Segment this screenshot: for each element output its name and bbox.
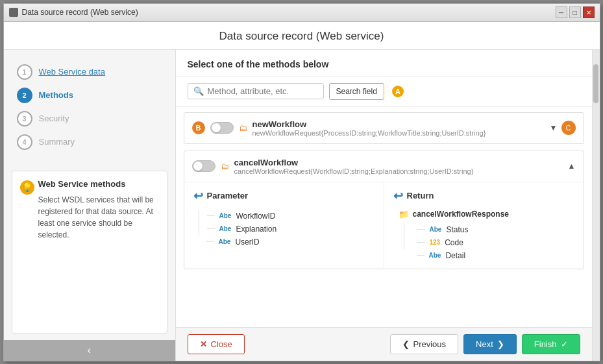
next-arrow-icon: ❯ <box>497 339 504 349</box>
method-folder-icon-2: 🗂 <box>221 162 229 171</box>
previous-button[interactable]: ❮ Previous <box>390 334 459 354</box>
cancel-workflow-toggle[interactable] <box>192 160 215 172</box>
return-icon: ↩ <box>393 189 403 203</box>
param-type-3: Abe <box>217 237 233 246</box>
search-bar: 🔍 Search field A <box>176 77 592 107</box>
step-2-circle: 2 <box>17 88 32 103</box>
sidebar-info-box: 💡 Web Service methods Select WSDL servic… <box>12 171 167 334</box>
sidebar-collapse-button[interactable]: ‹ <box>4 340 175 361</box>
maximize-button[interactable]: □ <box>569 6 581 18</box>
right-panel: Select one of the methods below 🔍 Search… <box>176 50 592 361</box>
step-3-circle: 3 <box>17 111 32 127</box>
finish-check-icon: ✓ <box>561 339 568 349</box>
method-new-workflow-info: newWorkflow newWorkflowRequest{ProcessID… <box>252 119 545 137</box>
method-new-workflow-name: newWorkflow <box>252 119 545 129</box>
return-folder-icon: 📁 <box>399 210 409 219</box>
search-input[interactable] <box>208 86 312 96</box>
footer-left: ✕ Close <box>188 334 245 354</box>
search-input-wrapper: 🔍 <box>188 83 324 99</box>
window-controls: ─ □ ✕ <box>556 6 595 18</box>
search-field-badge: A <box>392 86 404 97</box>
method-cancel-workflow-info: cancelWorkflow cancelWorkflowRequest{Wor… <box>234 158 563 175</box>
method-cancel-workflow-name: cancelWorkflow <box>234 158 563 167</box>
method-folder-icon: 🗂 <box>239 123 247 133</box>
return-items: Abe Status 123 Code Ab <box>393 223 574 262</box>
step-4-circle: 4 <box>17 134 32 150</box>
sidebar-info-title: Web Service methods <box>38 179 159 189</box>
footer-right: ❮ Previous Next ❯ Finish ✓ <box>390 334 580 354</box>
step-1[interactable]: 1 Web Service data <box>17 60 175 84</box>
sidebar-info-body: Select WSDL services that will be regist… <box>38 194 159 241</box>
finish-button[interactable]: Finish ✓ <box>522 334 580 354</box>
param-item-3: UserID <box>235 237 259 247</box>
method-expand-arrow[interactable]: ▼ <box>550 123 558 132</box>
step-3-label: Security <box>39 114 69 123</box>
method-cancel-workflow-sig: cancelWorkflowRequest{WorkflowID:string;… <box>234 167 563 175</box>
scrollbar[interactable] <box>592 50 600 361</box>
prev-arrow-icon: ❮ <box>402 339 410 349</box>
method-new-workflow-sig: newWorkflowRequest{ProcessID:string;Work… <box>252 129 545 137</box>
step-3: 3 Security <box>17 107 175 130</box>
title-bar: Data source record (Web service) ─ □ ✕ <box>4 4 600 22</box>
tip-icon: 💡 <box>20 180 34 195</box>
return-type-3: Abe <box>427 251 443 260</box>
minimize-button[interactable]: ─ <box>556 6 567 18</box>
close-button[interactable]: ✕ Close <box>188 334 245 354</box>
step-2-label: Methods <box>39 90 73 100</box>
param-item-2: Explanation <box>236 224 277 234</box>
panel-header: Select one of the methods below <box>176 50 592 77</box>
return-type-1: Abe <box>428 225 444 234</box>
method-new-workflow-header[interactable]: B 🗂 newWorkflow newWorkflowRequest{Proce… <box>184 113 584 143</box>
methods-list: B 🗂 newWorkflow newWorkflowRequest{Proce… <box>176 107 592 327</box>
parameter-icon: ↩ <box>193 189 203 203</box>
badge-c: C <box>561 121 576 135</box>
sidebar-tip: 💡 Web Service methods Select WSDL servic… <box>20 179 159 241</box>
step-4-label: Summary <box>39 137 75 147</box>
step-4: 4 Summary <box>17 130 175 154</box>
scrollbar-thumb[interactable] <box>593 64 598 103</box>
window-main-title: Data source record (Web service) <box>4 22 600 50</box>
window-icon <box>9 8 18 17</box>
steps-list: 1 Web Service data 2 Methods 3 Security … <box>4 60 175 164</box>
method-expanded-section: ↩ Parameter Abe WorkflowID <box>184 182 584 269</box>
title-bar-text: Data source record (Web service) <box>22 8 552 17</box>
param-type-1: Abe <box>217 212 234 220</box>
step-1-label[interactable]: Web Service data <box>39 67 105 77</box>
close-icon: ✕ <box>200 339 207 349</box>
return-item-3: Detail <box>445 251 465 260</box>
parameter-section: ↩ Parameter Abe WorkflowID <box>184 182 384 269</box>
close-window-button[interactable]: ✕ <box>583 6 595 18</box>
method-collapse-arrow[interactable]: ▲ <box>568 162 576 171</box>
badge-b: B <box>192 121 205 134</box>
method-item-cancel-workflow: 🗂 cancelWorkflow cancelWorkflowRequest{W… <box>184 151 584 269</box>
param-item-1: WorkflowID <box>236 212 275 221</box>
step-2[interactable]: 2 Methods <box>17 84 175 107</box>
application-window: Data source record (Web service) ─ □ ✕ D… <box>3 3 600 361</box>
return-item-1: Status <box>446 225 468 234</box>
parameter-title: ↩ Parameter <box>193 189 375 203</box>
return-type-2: 123 <box>428 238 443 247</box>
return-item-2: Code <box>445 238 463 247</box>
return-folder-label: cancelWorkflowResponse <box>413 210 510 219</box>
toggle-knob <box>212 123 221 132</box>
return-folder: 📁 cancelWorkflowResponse <box>393 210 574 219</box>
method-cancel-workflow-header[interactable]: 🗂 cancelWorkflow cancelWorkflowRequest{W… <box>184 151 584 182</box>
return-section: ↩ Return 📁 cancelWorkflowResponse Abe <box>384 182 584 269</box>
method-item-new-workflow: B 🗂 newWorkflow newWorkflowRequest{Proce… <box>184 112 584 144</box>
step-1-circle: 1 <box>17 64 32 80</box>
main-content: 1 Web Service data 2 Methods 3 Security … <box>4 50 600 361</box>
toggle-knob-2 <box>193 162 203 171</box>
new-workflow-toggle[interactable] <box>210 122 234 134</box>
search-icon: 🔍 <box>193 86 204 96</box>
footer: ✕ Close ❮ Previous Next ❯ Finish <box>176 327 592 361</box>
param-type-2: Abe <box>217 224 234 233</box>
search-field-button[interactable]: Search field <box>329 83 384 100</box>
sidebar: 1 Web Service data 2 Methods 3 Security … <box>4 50 176 361</box>
return-title: ↩ Return <box>393 189 574 203</box>
parameter-items: Abe WorkflowID Abe Explanation <box>193 210 375 249</box>
next-button[interactable]: Next ❯ <box>463 334 517 354</box>
